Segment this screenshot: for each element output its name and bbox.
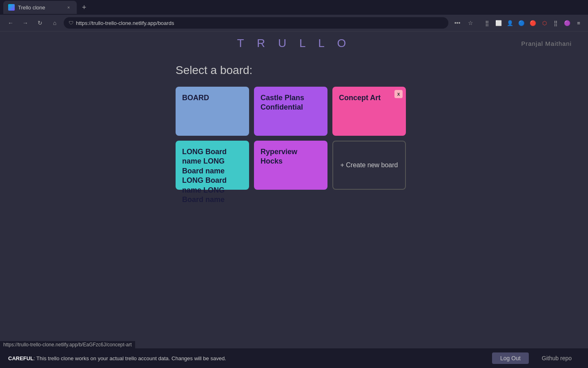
tab-close-button[interactable]: × (65, 4, 72, 11)
forward-button[interactable]: → (20, 17, 31, 29)
toolbar-icon-4[interactable]: 🔵 (517, 18, 526, 27)
board-card-concept[interactable]: Concept Art x (332, 87, 406, 136)
toolbar-icon-2[interactable]: ⬜ (494, 18, 503, 27)
toolbar-icon-6[interactable]: ⬡ (540, 18, 549, 27)
page-content: Select a board: BOARD Castle Plans Confi… (0, 64, 588, 190)
page-title: Select a board: (176, 64, 412, 77)
active-tab[interactable]: Trello clone × (3, 1, 77, 14)
address-bar[interactable]: 🛡 https://trullo-trello-clone.netlify.ap… (64, 17, 448, 29)
footer-warning: CAREFUL: This trello clone works on your… (8, 355, 487, 361)
toolbar-icon-8[interactable]: 🟣 (563, 18, 572, 27)
user-name: Pranjal Maithani (521, 40, 572, 47)
home-button[interactable]: ⌂ (49, 17, 60, 29)
status-url: https://trullo-trello-clone.netlify.app/… (0, 341, 135, 348)
toolbar-icon-menu[interactable]: ≡ (574, 18, 583, 27)
board-card-label: Concept Art (339, 93, 381, 103)
board-card-long[interactable]: LONG Board name LONG Board name LONG Boa… (176, 141, 249, 190)
tab-bar: Trello clone × + (0, 0, 588, 15)
logout-button[interactable]: Log Out (492, 352, 529, 364)
more-button[interactable]: ••• (452, 17, 463, 29)
board-card-label: BOARD (182, 93, 209, 103)
app-logo[interactable]: T R U L L O (237, 37, 351, 50)
create-new-board-button[interactable]: + Create new board (332, 141, 406, 190)
board-card-board[interactable]: BOARD (176, 87, 249, 136)
footer-warning-prefix: CAREFUL (8, 355, 33, 361)
toolbar-icons: ⣿ ⬜ 👤 🔵 🔴 ⬡ ⣿ 🟣 ≡ (483, 18, 583, 27)
create-new-label: + Create new board (341, 161, 398, 170)
footer-warning-text: : This trello clone works on your actual… (33, 355, 226, 361)
reload-button[interactable]: ↻ (34, 17, 46, 29)
board-card-label: Ryperview Hocks (261, 147, 321, 166)
shield-icon: 🛡 (69, 20, 74, 26)
nav-bar: ← → ↻ ⌂ 🛡 https://trullo-trello-clone.ne… (0, 15, 588, 31)
address-url: https://trullo-trello-clone.netlify.app/… (76, 20, 174, 26)
board-card-castle[interactable]: Castle Plans Confidential (254, 87, 327, 136)
toolbar-icon-5[interactable]: 🔴 (528, 18, 537, 27)
boards-grid: BOARD Castle Plans Confidential Concept … (176, 87, 412, 190)
github-repo-button[interactable]: Github repo (534, 352, 580, 364)
delete-board-button[interactable]: x (394, 90, 403, 98)
browser-chrome: Trello clone × + ← → ↻ ⌂ 🛡 https://trull… (0, 0, 588, 31)
toolbar-icon-1[interactable]: ⣿ (483, 18, 492, 27)
nav-actions: ••• ☆ (452, 17, 476, 29)
back-button[interactable]: ← (5, 17, 16, 29)
toolbar-icon-7[interactable]: ⣿ (551, 18, 560, 27)
footer: CAREFUL: This trello clone works on your… (0, 348, 588, 368)
app-header: T R U L L O Pranjal Maithani (0, 31, 588, 56)
tab-favicon (8, 4, 15, 11)
bookmark-button[interactable]: ☆ (465, 17, 476, 29)
board-card-ryperview[interactable]: Ryperview Hocks (254, 141, 327, 190)
board-card-label: LONG Board name LONG Board name LONG Boa… (182, 147, 243, 204)
tab-title: Trello clone (18, 4, 45, 11)
board-card-label: Castle Plans Confidential (261, 93, 321, 112)
new-tab-button[interactable]: + (78, 2, 90, 13)
toolbar-icon-3[interactable]: 👤 (506, 18, 514, 27)
